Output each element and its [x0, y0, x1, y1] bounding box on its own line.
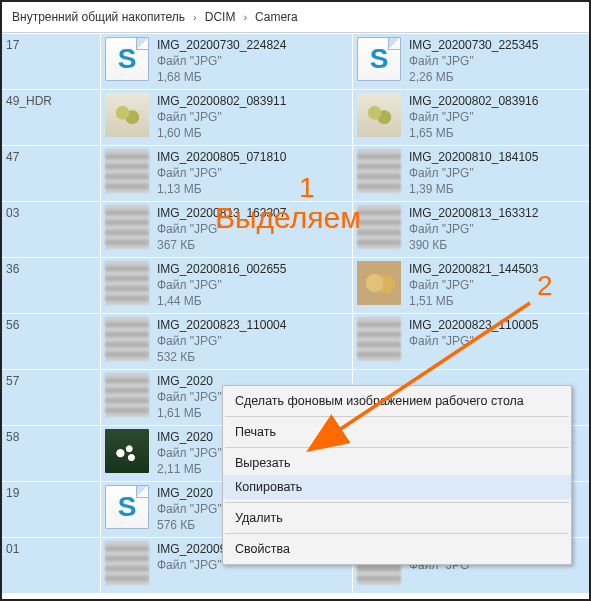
file-item[interactable]: IMG_20200802_083916 Файл "JPG" 1,65 МБ: [352, 90, 589, 145]
file-type: Файл "JPG": [409, 165, 538, 181]
file-item[interactable]: 49_HDR: [2, 90, 100, 145]
file-size: 2,26 МБ: [409, 69, 538, 85]
file-type: Файл "JPG": [157, 221, 286, 237]
menu-item-set-background[interactable]: Сделать фоновым изображением рабочего ст…: [223, 389, 571, 413]
breadcrumb: Внутренний общий накопитель › DCIM › Cam…: [2, 2, 589, 33]
context-menu: Сделать фоновым изображением рабочего ст…: [222, 385, 572, 565]
file-name: IMG_20200821_144503: [409, 261, 538, 277]
thumbnail-icon: [105, 149, 149, 193]
file-name: IMG_20200805_071810: [157, 149, 286, 165]
menu-item-cut[interactable]: Вырезать: [223, 451, 571, 475]
file-item[interactable]: IMG_20200813_163312 Файл "JPG" 390 КБ: [352, 202, 589, 257]
file-name: IMG_2020: [157, 429, 222, 445]
file-row: 49_HDR IMG_20200802_083911 Файл "JPG" 1,…: [2, 89, 589, 145]
file-type: Файл "JPG": [409, 53, 538, 69]
breadcrumb-part[interactable]: Camera: [251, 10, 302, 24]
file-row: 47 IMG_20200805_071810 Файл "JPG" 1,13 М…: [2, 145, 589, 201]
thumbnail-icon: [105, 205, 149, 249]
breadcrumb-part[interactable]: DCIM: [201, 10, 240, 24]
file-item[interactable]: IMG_20200802_083911 Файл "JPG" 1,60 МБ: [100, 90, 352, 145]
file-item[interactable]: IMG_20200810_184105 Файл "JPG" 1,39 МБ: [352, 146, 589, 201]
menu-item-delete[interactable]: Удалить: [223, 506, 571, 530]
file-row: 56 IMG_20200823_110004 Файл "JPG" 532 КБ…: [2, 313, 589, 369]
file-size: 1,60 МБ: [157, 125, 286, 141]
file-area: 17 S IMG_20200730_224824 Файл "JPG" 1,68…: [2, 33, 589, 600]
menu-item-copy[interactable]: Копировать: [223, 475, 571, 499]
thumbnail-icon: [357, 93, 401, 137]
file-item[interactable]: IMG_20200823_110005 Файл "JPG": [352, 314, 589, 369]
file-item[interactable]: 36: [2, 258, 100, 313]
file-icon: S: [357, 37, 401, 81]
explorer-window: Внутренний общий накопитель › DCIM › Cam…: [0, 0, 591, 601]
file-row: 03 IMG_20200813_163307 Файл "JPG" 367 КБ…: [2, 201, 589, 257]
thumbnail-icon: [357, 317, 401, 361]
file-type: Файл "JPG": [157, 501, 222, 517]
file-item[interactable]: S IMG_20200730_224824 Файл "JPG" 1,68 МБ: [100, 34, 352, 89]
thumbnail-icon: [105, 373, 149, 417]
thumbnail-icon: [105, 429, 149, 473]
menu-separator: [225, 502, 569, 503]
item-suffix: 19: [6, 485, 19, 501]
item-suffix: 03: [6, 205, 19, 221]
file-size: 2,11 МБ: [157, 461, 222, 477]
menu-separator: [225, 533, 569, 534]
file-name: IMG_20200813_163312: [409, 205, 538, 221]
file-item[interactable]: 58: [2, 426, 100, 481]
file-type: Файл "JPG": [157, 53, 286, 69]
thumbnail-icon: [105, 541, 149, 585]
file-icon: S: [105, 37, 149, 81]
file-item[interactable]: IMG_20200805_071810 Файл "JPG" 1,13 МБ: [100, 146, 352, 201]
thumbnail-icon: [357, 205, 401, 249]
file-size: 390 КБ: [409, 237, 538, 253]
file-row: 36 IMG_20200816_002655 Файл "JPG" 1,44 М…: [2, 257, 589, 313]
chevron-right-icon: ›: [239, 11, 251, 23]
file-icon: S: [105, 485, 149, 529]
file-item[interactable]: 57: [2, 370, 100, 425]
item-suffix: 56: [6, 317, 19, 333]
file-size: 532 КБ: [157, 349, 286, 365]
file-item[interactable]: 03: [2, 202, 100, 257]
file-item[interactable]: 56: [2, 314, 100, 369]
thumbnail-icon: [357, 261, 401, 305]
item-suffix: 47: [6, 149, 19, 165]
item-suffix: 01: [6, 541, 19, 557]
file-item[interactable]: S IMG_20200730_225345 Файл "JPG" 2,26 МБ: [352, 34, 589, 89]
file-type: Файл "JPG": [157, 277, 286, 293]
file-size: 1,39 МБ: [409, 181, 538, 197]
file-name: IMG_20200730_224824: [157, 37, 286, 53]
file-row: 17 S IMG_20200730_224824 Файл "JPG" 1,68…: [2, 33, 589, 89]
file-type: Файл "JPG": [409, 221, 538, 237]
file-item[interactable]: 19: [2, 482, 100, 537]
file-item[interactable]: IMG_20200816_002655 Файл "JPG" 1,44 МБ: [100, 258, 352, 313]
file-name: IMG_20200813_163307: [157, 205, 286, 221]
file-name: IMG_2020: [157, 373, 222, 389]
thumbnail-icon: [105, 93, 149, 137]
file-type: Файл "JPG": [157, 333, 286, 349]
file-size: 1,65 МБ: [409, 125, 538, 141]
file-item[interactable]: IMG_20200823_110004 Файл "JPG" 532 КБ: [100, 314, 352, 369]
file-name: IMG_2020: [157, 485, 222, 501]
file-item[interactable]: 47: [2, 146, 100, 201]
file-size: 1,68 МБ: [157, 69, 286, 85]
file-name: IMG_20200823_110005: [409, 317, 538, 333]
file-item[interactable]: 01: [2, 538, 100, 593]
file-type: Файл "JPG": [157, 445, 222, 461]
breadcrumb-part[interactable]: Внутренний общий накопитель: [8, 10, 189, 24]
file-item[interactable]: IMG_20200821_144503 Файл "JPG" 1,51 МБ: [352, 258, 589, 313]
file-type: Файл "JPG": [157, 389, 222, 405]
file-size: 576 КБ: [157, 517, 222, 533]
file-item[interactable]: 17: [2, 34, 100, 89]
thumbnail-icon: [357, 149, 401, 193]
menu-item-properties[interactable]: Свойства: [223, 537, 571, 561]
menu-separator: [225, 416, 569, 417]
file-item[interactable]: IMG_20200813_163307 Файл "JPG" 367 КБ: [100, 202, 352, 257]
menu-item-print[interactable]: Печать: [223, 420, 571, 444]
file-name: IMG_20200802_083911: [157, 93, 286, 109]
item-suffix: 58: [6, 429, 19, 445]
file-size: 1,61 МБ: [157, 405, 222, 421]
file-type: Файл "JPG": [157, 109, 286, 125]
file-size: 1,51 МБ: [409, 293, 538, 309]
item-suffix: 17: [6, 37, 19, 53]
item-suffix: 36: [6, 261, 19, 277]
item-suffix: 57: [6, 373, 19, 389]
